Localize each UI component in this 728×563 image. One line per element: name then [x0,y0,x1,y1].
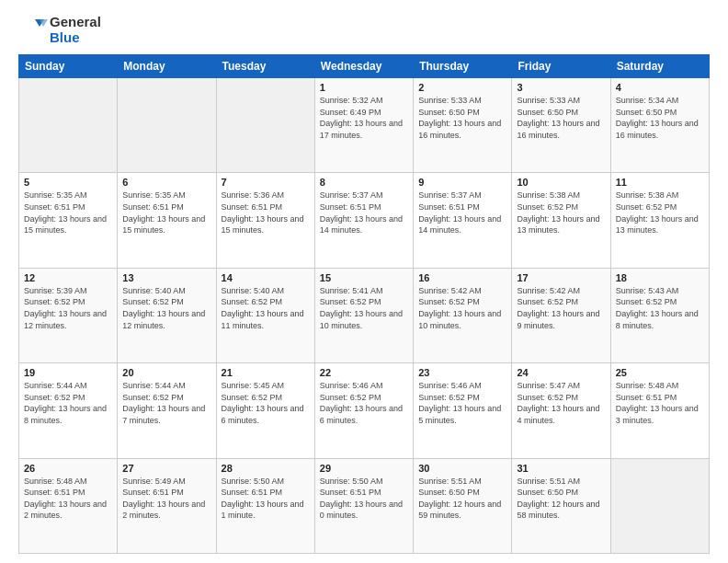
day-number: 14 [222,272,310,283]
calendar-cell: 8Sunrise: 5:37 AM Sunset: 6:51 PM Daylig… [314,173,413,268]
day-number: 21 [222,367,310,378]
day-info: Sunrise: 5:44 AM Sunset: 6:52 PM Dayligh… [122,380,210,426]
calendar-cell: 17Sunrise: 5:42 AM Sunset: 6:52 PM Dayli… [512,268,610,362]
calendar-cell: 19Sunrise: 5:44 AM Sunset: 6:52 PM Dayli… [19,363,118,458]
calendar-cell: 27Sunrise: 5:49 AM Sunset: 6:51 PM Dayli… [118,458,216,553]
calendar-cell [19,78,118,173]
day-info: Sunrise: 5:42 AM Sunset: 6:52 PM Dayligh… [517,285,605,331]
weekday-header: Wednesday [314,55,413,78]
header: General Blue [18,15,710,45]
calendar-cell [610,458,709,553]
day-number: 15 [320,272,408,283]
day-number: 26 [24,463,112,474]
day-number: 12 [24,272,112,283]
day-info: Sunrise: 5:35 AM Sunset: 6:51 PM Dayligh… [122,190,210,236]
day-info: Sunrise: 5:41 AM Sunset: 6:52 PM Dayligh… [320,285,408,331]
day-number: 29 [320,463,408,474]
weekday-header: Friday [512,55,610,78]
day-number: 22 [320,367,408,378]
calendar-cell: 13Sunrise: 5:40 AM Sunset: 6:52 PM Dayli… [118,268,216,362]
day-number: 31 [517,463,605,474]
calendar-cell: 22Sunrise: 5:46 AM Sunset: 6:52 PM Dayli… [314,363,413,458]
logo: General Blue [18,15,101,45]
day-number: 8 [320,177,408,188]
calendar-cell: 1Sunrise: 5:32 AM Sunset: 6:49 PM Daylig… [314,78,413,173]
calendar-cell [216,78,314,173]
day-number: 17 [517,272,605,283]
calendar-cell: 21Sunrise: 5:45 AM Sunset: 6:52 PM Dayli… [216,363,314,458]
day-info: Sunrise: 5:39 AM Sunset: 6:52 PM Dayligh… [24,285,112,331]
day-info: Sunrise: 5:42 AM Sunset: 6:52 PM Dayligh… [418,285,506,331]
calendar-cell: 29Sunrise: 5:50 AM Sunset: 6:51 PM Dayli… [314,458,413,553]
day-number: 23 [418,367,506,378]
calendar-cell: 20Sunrise: 5:44 AM Sunset: 6:52 PM Dayli… [118,363,216,458]
day-info: Sunrise: 5:46 AM Sunset: 6:52 PM Dayligh… [418,380,506,426]
weekday-header: Monday [118,55,216,78]
day-info: Sunrise: 5:33 AM Sunset: 6:50 PM Dayligh… [517,95,605,141]
weekday-header: Tuesday [216,55,314,78]
day-info: Sunrise: 5:43 AM Sunset: 6:52 PM Dayligh… [616,285,704,331]
day-number: 28 [222,463,310,474]
day-info: Sunrise: 5:38 AM Sunset: 6:52 PM Dayligh… [616,190,704,236]
calendar-cell: 23Sunrise: 5:46 AM Sunset: 6:52 PM Dayli… [414,363,512,458]
day-number: 7 [222,177,310,188]
day-info: Sunrise: 5:49 AM Sunset: 6:51 PM Dayligh… [122,476,210,522]
day-number: 18 [616,272,704,283]
calendar-cell: 31Sunrise: 5:51 AM Sunset: 6:50 PM Dayli… [512,458,610,553]
day-number: 20 [122,367,210,378]
calendar-cell: 12Sunrise: 5:39 AM Sunset: 6:52 PM Dayli… [19,268,118,362]
logo-general-text: General [50,15,101,30]
calendar-cell: 30Sunrise: 5:51 AM Sunset: 6:50 PM Dayli… [414,458,512,553]
day-number: 1 [320,82,408,93]
calendar-cell: 18Sunrise: 5:43 AM Sunset: 6:52 PM Dayli… [610,268,709,362]
day-info: Sunrise: 5:35 AM Sunset: 6:51 PM Dayligh… [24,190,112,236]
day-info: Sunrise: 5:44 AM Sunset: 6:52 PM Dayligh… [24,380,112,426]
day-number: 27 [122,463,210,474]
calendar-cell: 16Sunrise: 5:42 AM Sunset: 6:52 PM Dayli… [414,268,512,362]
day-info: Sunrise: 5:45 AM Sunset: 6:52 PM Dayligh… [222,380,310,426]
calendar-cell: 7Sunrise: 5:36 AM Sunset: 6:51 PM Daylig… [216,173,314,268]
day-number: 30 [418,463,506,474]
day-number: 4 [616,82,704,93]
day-number: 10 [517,177,605,188]
calendar-cell: 4Sunrise: 5:34 AM Sunset: 6:50 PM Daylig… [610,78,709,173]
day-info: Sunrise: 5:34 AM Sunset: 6:50 PM Dayligh… [616,95,704,141]
day-info: Sunrise: 5:36 AM Sunset: 6:51 PM Dayligh… [222,190,310,236]
day-number: 9 [418,177,506,188]
logo-blue-text: Blue [50,30,101,46]
calendar-cell: 24Sunrise: 5:47 AM Sunset: 6:52 PM Dayli… [512,363,610,458]
day-number: 24 [517,367,605,378]
calendar-cell: 10Sunrise: 5:38 AM Sunset: 6:52 PM Dayli… [512,173,610,268]
calendar-cell [118,78,216,173]
day-info: Sunrise: 5:51 AM Sunset: 6:50 PM Dayligh… [517,476,605,522]
day-info: Sunrise: 5:37 AM Sunset: 6:51 PM Dayligh… [418,190,506,236]
day-info: Sunrise: 5:38 AM Sunset: 6:52 PM Dayligh… [517,190,605,236]
weekday-header: Saturday [610,55,709,78]
day-info: Sunrise: 5:37 AM Sunset: 6:51 PM Dayligh… [320,190,408,236]
calendar-cell: 5Sunrise: 5:35 AM Sunset: 6:51 PM Daylig… [19,173,118,268]
calendar-cell: 28Sunrise: 5:50 AM Sunset: 6:51 PM Dayli… [216,458,314,553]
day-info: Sunrise: 5:40 AM Sunset: 6:52 PM Dayligh… [222,285,310,331]
weekday-header: Thursday [414,55,512,78]
calendar-cell: 14Sunrise: 5:40 AM Sunset: 6:52 PM Dayli… [216,268,314,362]
day-info: Sunrise: 5:50 AM Sunset: 6:51 PM Dayligh… [320,476,408,522]
day-info: Sunrise: 5:32 AM Sunset: 6:49 PM Dayligh… [320,95,408,141]
calendar-cell: 11Sunrise: 5:38 AM Sunset: 6:52 PM Dayli… [610,173,709,268]
day-number: 25 [616,367,704,378]
calendar-cell: 3Sunrise: 5:33 AM Sunset: 6:50 PM Daylig… [512,78,610,173]
calendar-cell: 15Sunrise: 5:41 AM Sunset: 6:52 PM Dayli… [314,268,413,362]
day-number: 13 [122,272,210,283]
calendar-table: SundayMondayTuesdayWednesdayThursdayFrid… [18,54,710,554]
day-info: Sunrise: 5:33 AM Sunset: 6:50 PM Dayligh… [418,95,506,141]
day-number: 19 [24,367,112,378]
day-info: Sunrise: 5:48 AM Sunset: 6:51 PM Dayligh… [24,476,112,522]
day-number: 16 [418,272,506,283]
calendar-cell: 26Sunrise: 5:48 AM Sunset: 6:51 PM Dayli… [19,458,118,553]
day-info: Sunrise: 5:40 AM Sunset: 6:52 PM Dayligh… [122,285,210,331]
day-info: Sunrise: 5:46 AM Sunset: 6:52 PM Dayligh… [320,380,408,426]
day-info: Sunrise: 5:48 AM Sunset: 6:51 PM Dayligh… [616,380,704,426]
calendar-cell: 25Sunrise: 5:48 AM Sunset: 6:51 PM Dayli… [610,363,709,458]
day-number: 5 [24,177,112,188]
day-info: Sunrise: 5:50 AM Sunset: 6:51 PM Dayligh… [222,476,310,522]
day-number: 6 [122,177,210,188]
